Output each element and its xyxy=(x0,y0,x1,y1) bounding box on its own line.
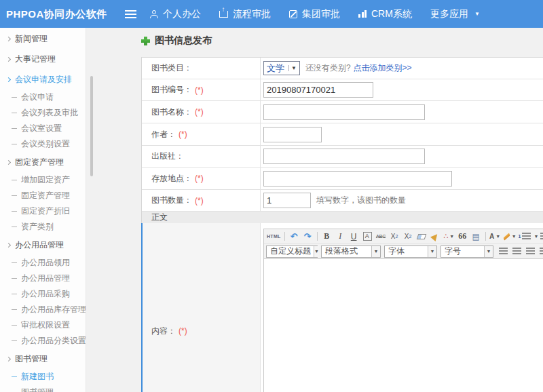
form-row-book-name: 图书名称：(*) xyxy=(142,101,543,123)
body-section-header: 正文 xyxy=(142,212,543,223)
undo-icon[interactable]: ↶ xyxy=(288,231,301,243)
sidebar-item-supplies-claim[interactable]: 办公用品领用 xyxy=(0,255,86,271)
required-mark: (*) xyxy=(179,326,187,336)
sidebar-item-approval-rights[interactable]: 审批权限设置 xyxy=(0,317,86,333)
field-label: 图书类目： xyxy=(151,62,192,74)
dash-icon xyxy=(12,211,17,212)
chevron-right-icon xyxy=(6,159,11,164)
dash-icon xyxy=(12,376,17,377)
upload-icon xyxy=(219,11,228,18)
sidebar-item-asset-manage[interactable]: 固定资产管理 xyxy=(0,188,86,203)
add-plus-icon xyxy=(141,37,150,45)
dash-icon xyxy=(12,227,17,227)
nav-crm-system[interactable]: CRM系统 xyxy=(358,8,412,20)
heading-select[interactable]: 自定义标题▼ xyxy=(266,246,318,258)
required-mark: (*) xyxy=(195,107,204,117)
sidebar-item-news[interactable]: 新闻管理 xyxy=(0,28,86,49)
sidebar-item-meeting-type[interactable]: 会议类别设置 xyxy=(0,136,86,152)
dash-icon xyxy=(12,128,17,129)
sidebar-item-books[interactable]: 图书管理 xyxy=(0,349,86,369)
field-label: 图书数量： xyxy=(151,195,192,206)
sidebar-item-meeting-room[interactable]: 会议室设置 xyxy=(0,121,86,136)
ordered-list-icon[interactable]: 1▼ xyxy=(518,231,540,243)
field-label: 作者： xyxy=(151,129,176,140)
required-mark: (*) xyxy=(179,130,187,139)
sidebar-item-book-manage[interactable]: 图书管理 xyxy=(0,385,86,392)
location-input[interactable] xyxy=(263,171,452,187)
font-family-select[interactable]: 字体▼ xyxy=(384,246,437,258)
nav-more-apps[interactable]: 更多应用 ▼ xyxy=(430,8,480,20)
dash-icon xyxy=(12,144,17,144)
top-bar: PHPOA协同办公软件 个人办公 流程审批 集团审批 CRM系统 更多应用 ▼ xyxy=(0,0,543,28)
page-title: 图书信息发布 xyxy=(155,35,212,47)
sidebar-item-meetings[interactable]: 会议申请及安排 xyxy=(0,69,86,90)
sidebar-item-asset-depreciation[interactable]: 固定资产折旧 xyxy=(0,203,86,219)
align-center-icon[interactable] xyxy=(510,246,523,258)
editor-toolbar-row1: HTML ↶ ↷ B I U A ABC X2 X2 ∴ xyxy=(264,229,543,244)
book-category-select[interactable]: 文学 ▼ xyxy=(263,61,300,75)
paste-from-word-icon[interactable]: ▤ xyxy=(470,231,483,243)
sidebar-item-asset-category[interactable]: 资产类别 xyxy=(0,219,86,235)
underline-icon[interactable]: U xyxy=(348,231,360,243)
redo-icon[interactable]: ↷ xyxy=(301,231,314,243)
quantity-hint: 填写数字，该图书的数量 xyxy=(316,195,406,206)
dash-icon xyxy=(12,325,17,326)
nav-group-approval[interactable]: 集团审批 xyxy=(289,8,340,20)
special-char-icon[interactable]: ∴▼ xyxy=(443,231,455,243)
paragraph-format-select[interactable]: 段落格式▼ xyxy=(321,246,381,258)
form-row-book-no: 图书编号：(*) xyxy=(142,79,543,101)
nav-process-approval[interactable]: 流程审批 xyxy=(219,8,271,20)
align-right-icon[interactable] xyxy=(524,246,537,258)
source-code-button[interactable]: HTML xyxy=(266,231,282,243)
sidebar-item-supplies[interactable]: 办公用品管理 xyxy=(0,235,86,255)
strikethrough-icon[interactable]: ABC xyxy=(375,231,388,243)
italic-icon[interactable]: I xyxy=(334,231,347,243)
form-row-category: 图书类目： 文学 ▼ 还没有类别? 点击添加类别>> xyxy=(142,58,543,79)
chevron-right-icon xyxy=(6,56,11,61)
field-label: 图书编号： xyxy=(151,84,192,96)
sidebar-item-assets[interactable]: 固定资产管理 xyxy=(0,152,86,172)
sidebar-item-events[interactable]: 大事记管理 xyxy=(0,49,86,69)
add-category-link[interactable]: 点击添加类别>> xyxy=(354,62,412,74)
bold-icon[interactable]: B xyxy=(320,231,333,243)
sidebar-item-supplies-manage[interactable]: 办公用品管理 xyxy=(0,271,86,286)
book-no-input[interactable] xyxy=(263,82,373,98)
remove-format-icon[interactable] xyxy=(415,231,428,243)
form-row-content: 内容：(*) HTML ↶ ↷ B I U A ABC X2 xyxy=(142,223,543,392)
sidebar-scrollbar-thumb[interactable] xyxy=(90,76,93,176)
format-brush-icon[interactable] xyxy=(429,231,442,243)
blockquote-icon[interactable]: 66 xyxy=(456,231,469,243)
superscript-icon[interactable]: X2 xyxy=(388,231,401,243)
nav-personal-office[interactable]: 个人办公 xyxy=(149,8,201,20)
sidebar-item-meeting-list[interactable]: 会议列表及审批 xyxy=(0,105,86,121)
chevron-down-icon: ▼ xyxy=(288,65,297,71)
dash-icon xyxy=(12,309,17,310)
sidebar-item-supplies-category[interactable]: 办公用品分类设置 xyxy=(0,333,86,349)
sidebar-item-supplies-purchase[interactable]: 办公用品采购 xyxy=(0,286,86,302)
sidebar-item-meeting-apply[interactable]: 会议申请 xyxy=(0,90,86,105)
font-name-icon[interactable]: A xyxy=(363,232,372,241)
required-mark: (*) xyxy=(195,85,204,95)
book-name-input[interactable] xyxy=(263,104,425,120)
highlight-color-icon[interactable]: ▼ xyxy=(502,231,517,243)
publisher-input[interactable] xyxy=(263,149,425,164)
quantity-input[interactable] xyxy=(263,193,311,208)
sidebar-item-supplies-stock[interactable]: 办公用品库存管理 xyxy=(0,302,86,317)
font-size-select[interactable]: 字号▼ xyxy=(441,246,493,258)
unordered-list-icon[interactable]: ▼ xyxy=(540,231,543,243)
hamburger-menu-icon[interactable] xyxy=(125,10,136,18)
font-color-icon[interactable]: A▼ xyxy=(489,231,502,243)
category-hint: 还没有类别? xyxy=(305,62,351,74)
subscript-icon[interactable]: X2 xyxy=(402,231,415,243)
sidebar-item-book-new[interactable]: 新建图书 xyxy=(0,369,86,385)
author-input[interactable] xyxy=(263,127,322,142)
form-row-author: 作者：(*) xyxy=(142,123,543,146)
align-justify-icon[interactable] xyxy=(538,246,543,258)
editor-content-area[interactable] xyxy=(264,259,543,392)
sidebar-item-asset-add[interactable]: 增加固定资产 xyxy=(0,172,86,188)
align-left-icon[interactable] xyxy=(497,246,510,258)
dash-icon xyxy=(12,113,17,113)
user-icon xyxy=(149,10,158,18)
rich-text-editor: HTML ↶ ↷ B I U A ABC X2 X2 ∴ xyxy=(263,229,543,392)
dash-icon xyxy=(12,180,17,180)
